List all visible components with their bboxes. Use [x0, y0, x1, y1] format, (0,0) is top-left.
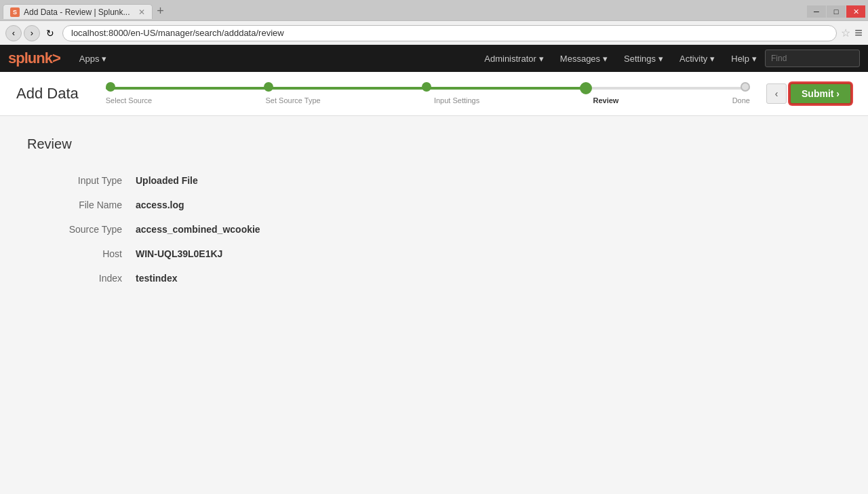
step-input-settings-label: Input Settings [434, 96, 479, 104]
url-input[interactable] [62, 25, 837, 41]
settings-arrow-icon: ▾ [658, 54, 663, 64]
progress-steps: Select Source Set Source Type Input Sett… [106, 83, 750, 104]
activity-menu[interactable]: Activity ▾ [671, 45, 723, 72]
table-row: Host WIN-UQL39L0E1KJ [27, 242, 260, 266]
index-value: testindex [136, 266, 260, 290]
settings-menu[interactable]: Settings ▾ [616, 45, 671, 72]
menu-icon[interactable]: ≡ [854, 25, 863, 41]
table-row: Input Type Uploaded File [27, 168, 260, 193]
step-done-dot [741, 82, 750, 92]
review-section: Review Input Type Uploaded File File Nam… [0, 116, 868, 311]
submit-button[interactable]: Submit › [789, 83, 852, 104]
tab-title: Add Data - Review | Splunk... [24, 7, 130, 17]
step-review-label: Review [593, 96, 618, 104]
find-input[interactable] [765, 50, 860, 67]
review-table: Input Type Uploaded File File Name acces… [27, 168, 260, 290]
page-title: Add Data [16, 85, 79, 102]
apps-menu[interactable]: Apps ▾ [71, 45, 115, 72]
settings-label: Settings [624, 54, 656, 64]
minimize-button[interactable]: ─ [807, 5, 826, 18]
wizard-nav: ‹ Submit › [766, 83, 852, 104]
progress-dots [106, 82, 750, 94]
browser-chrome: S Add Data - Review | Splunk... ✕ + ─ □ … [0, 0, 868, 45]
host-label: Host [27, 242, 136, 266]
table-row: File Name access.log [27, 193, 260, 217]
admin-arrow-icon: ▾ [539, 54, 544, 64]
file-name-label: File Name [27, 193, 136, 217]
tab-close-btn[interactable]: ✕ [138, 7, 145, 17]
activity-arrow-icon: ▾ [710, 54, 715, 64]
nav-buttons: ‹ › ↻ [5, 25, 58, 41]
administrator-menu[interactable]: Administrator ▾ [476, 45, 552, 72]
bookmark-icon: ☆ [841, 26, 850, 39]
splunk-logo: splunk> [8, 50, 60, 67]
forward-button[interactable]: › [24, 25, 40, 41]
apps-arrow-icon: ▾ [102, 54, 106, 64]
messages-label: Messages [560, 54, 600, 64]
step-set-source-type-dot [264, 82, 273, 92]
help-label: Help [731, 54, 749, 64]
source-type-label: Source Type [27, 217, 136, 242]
nav-right: Administrator ▾ Messages ▾ Settings ▾ Ac… [476, 45, 860, 72]
refresh-button[interactable]: ↻ [42, 25, 58, 41]
review-title: Review [27, 136, 841, 152]
address-bar: ‹ › ↻ ☆ ≡ [0, 20, 868, 45]
step-select-source-dot [106, 82, 115, 92]
step-set-source-type-label: Set Source Type [266, 96, 321, 104]
window-controls: ─ □ ✕ [807, 5, 865, 18]
input-type-label: Input Type [27, 168, 136, 193]
add-data-header: Add Data Select Source Set Source Type I… [0, 72, 868, 116]
step-review-dot [580, 82, 592, 94]
table-row: Index testindex [27, 266, 260, 290]
tab-favicon: S [10, 7, 20, 17]
input-type-value: Uploaded File [136, 168, 260, 193]
messages-arrow-icon: ▾ [603, 54, 608, 64]
step-input-settings-dot [422, 82, 431, 92]
help-menu[interactable]: Help ▾ [723, 45, 765, 72]
messages-menu[interactable]: Messages ▾ [552, 45, 616, 72]
close-button[interactable]: ✕ [846, 5, 865, 18]
table-row: Source Type access_combined_wcookie [27, 217, 260, 242]
back-step-button[interactable]: ‹ [766, 83, 787, 104]
new-tab-button[interactable]: + [153, 3, 169, 19]
step-select-source-label: Select Source [106, 96, 152, 104]
active-tab[interactable]: S Add Data - Review | Splunk... ✕ [3, 4, 153, 19]
source-type-value: access_combined_wcookie [136, 217, 260, 242]
back-button[interactable]: ‹ [5, 25, 22, 41]
restore-button[interactable]: □ [827, 5, 846, 18]
progress-labels: Select Source Set Source Type Input Sett… [106, 96, 750, 104]
file-name-value: access.log [136, 193, 260, 217]
activity-label: Activity [679, 54, 707, 64]
splunk-navbar: splunk> Apps ▾ Administrator ▾ Messages … [0, 45, 868, 72]
host-value: WIN-UQL39L0E1KJ [136, 242, 260, 266]
index-label: Index [27, 266, 136, 290]
admin-label: Administrator [484, 54, 536, 64]
step-done-label: Done [732, 96, 750, 104]
help-arrow-icon: ▾ [752, 54, 757, 64]
apps-label: Apps [79, 54, 100, 64]
